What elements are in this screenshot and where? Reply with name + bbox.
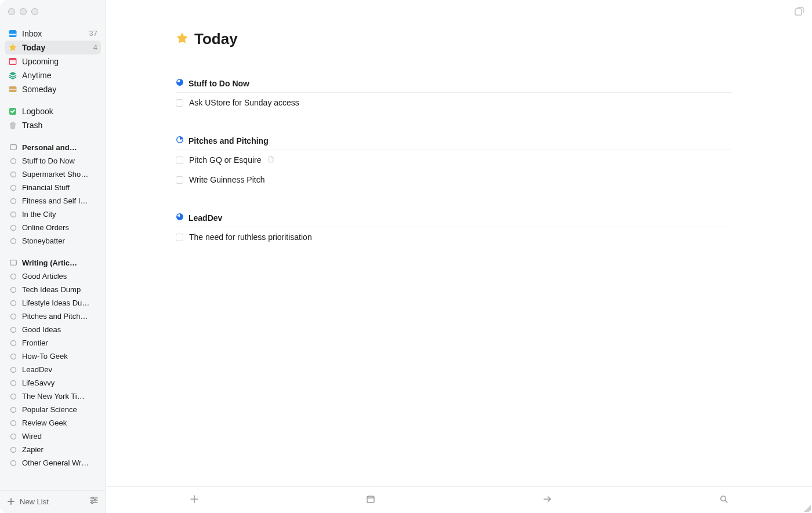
sidebar-project-label: Other General Wr… [22,456,89,470]
project-icon [9,210,17,219]
task-checkbox[interactable] [176,157,183,164]
sidebar-project[interactable]: LeadDev [5,363,101,376]
task-checkbox[interactable] [176,234,183,241]
page-title: Today [194,30,238,48]
sidebar-item-logbook[interactable]: Logbook [5,104,101,118]
sidebar-project[interactable]: LifeSavvy [5,376,101,390]
sidebar-item-badge: 4 [93,41,97,54]
svg-point-18 [11,287,16,292]
task-row[interactable]: Ask UStore for Sunday access [176,93,733,112]
area-icon [9,143,17,151]
sidebar-area-title: Writing (Artic… [22,259,77,267]
sidebar-project[interactable]: Fitness and Self I… [5,194,101,208]
main-view: Today Stuff to Do Now Ask UStore for Sun… [106,0,812,513]
star-icon [8,43,17,52]
zoom-window-button[interactable] [31,8,38,15]
sidebar-item-upcoming[interactable]: Upcoming [5,54,101,68]
sidebar-project[interactable]: In the City [5,208,101,221]
svg-point-22 [11,340,16,345]
sidebar-project[interactable]: Wired [5,430,101,443]
section-progress-icon [176,136,184,146]
calendar-icon [8,57,17,66]
svg-rect-8 [10,145,17,150]
task-row[interactable]: The need for ruthless prioritisation [176,227,733,247]
close-window-button[interactable] [8,8,15,15]
sidebar-area-title: Personal and… [22,143,77,152]
svg-point-24 [11,367,16,372]
new-list-label: New List [20,497,49,506]
minimize-window-button[interactable] [20,8,27,15]
task-row[interactable]: Pitch GQ or Esquire [176,150,733,170]
task-title: The need for ruthless prioritisation [189,232,312,242]
svg-point-14 [11,225,16,230]
sidebar-settings-button[interactable] [89,496,99,507]
svg-point-28 [11,420,16,425]
toolbar-search-button[interactable] [719,494,728,506]
section-title[interactable]: Stuff to Do Now [188,79,249,88]
svg-point-23 [11,354,16,359]
sidebar-project-label: Stoneybatter [22,234,65,248]
sidebar-project-label: Good Articles [22,270,67,283]
sidebar-project[interactable]: Financial Stuff [5,181,101,194]
sidebar-project[interactable]: Review Geek [5,416,101,430]
sidebar-item-anytime[interactable]: Anytime [5,68,101,82]
sidebar-project[interactable]: Supermarket Sho… [5,168,101,181]
task-checkbox[interactable] [176,99,183,107]
trash-icon [8,121,17,130]
sidebar-project[interactable]: Stoneybatter [5,234,101,248]
logbook-icon [8,107,17,116]
project-icon [9,312,17,321]
section-title[interactable]: LeadDev [188,213,222,223]
sidebar-project[interactable]: Good Articles [5,270,101,283]
drawer-icon [8,85,17,94]
svg-point-29 [11,434,16,439]
sidebar-project-label: How-To Geek [22,350,68,363]
sidebar-area-writing[interactable]: Writing (Artic… [5,256,101,270]
sidebar-project[interactable]: Pitches and Pitch… [5,310,101,323]
project-icon [9,352,17,361]
svg-point-31 [11,460,16,465]
sidebar-item-someday[interactable]: Someday [5,82,101,96]
sidebar-project[interactable]: Zapier [5,443,101,456]
sidebar-item-trash[interactable]: Trash [5,118,101,132]
sidebar-project-label: Good Ideas [22,323,61,336]
sidebar-project[interactable]: The New York Ti… [5,390,101,403]
svg-point-27 [11,407,16,412]
task-checkbox[interactable] [176,176,183,184]
sidebar-item-today[interactable]: Today 4 [5,41,101,54]
sidebar-project[interactable]: Stuff to Do Now [5,154,101,168]
sidebar-project[interactable]: How-To Geek [5,350,101,363]
sidebar-project[interactable]: Good Ideas [5,323,101,336]
sidebar-project[interactable]: Online Orders [5,221,101,234]
svg-rect-1 [9,34,17,35]
toolbar-move-button[interactable] [543,494,552,506]
task-row[interactable]: Write Guinness Pitch [176,170,733,190]
project-icon [9,419,17,427]
project-icon [9,379,17,387]
sidebar-project[interactable]: Tech Ideas Dump [5,283,101,296]
svg-rect-5 [9,89,17,90]
bottom-toolbar [106,486,812,513]
toolbar-add-button[interactable] [190,494,199,506]
sidebar-project[interactable]: Other General Wr… [5,456,101,470]
section-title[interactable]: Pitches and Pitching [188,136,269,145]
project-icon [9,339,17,347]
svg-point-12 [11,198,16,203]
toolbar-when-button[interactable] [366,494,375,506]
sidebar-project-label: In the City [22,208,56,221]
sidebar-item-inbox[interactable]: Inbox 37 [5,27,101,41]
sidebar-item-label: Logbook [22,104,53,118]
section-stuff-to-do-now: Stuff to Do Now Ask UStore for Sunday ac… [176,78,733,112]
sidebar-area-personal[interactable]: Personal and… [5,140,101,154]
new-list-button[interactable]: New List [7,497,49,506]
note-icon [267,155,274,165]
task-title: Ask UStore for Sunday access [189,98,299,107]
new-window-button[interactable] [793,6,805,17]
sidebar-project[interactable]: Popular Science [5,403,101,416]
section-progress-icon [176,213,184,223]
sidebar-bottom: New List [0,490,106,513]
resize-handle[interactable] [803,504,811,512]
svg-point-34 [92,502,93,504]
sidebar-project[interactable]: Lifestyle Ideas Du… [5,296,101,310]
sidebar-project[interactable]: Frontier [5,336,101,350]
